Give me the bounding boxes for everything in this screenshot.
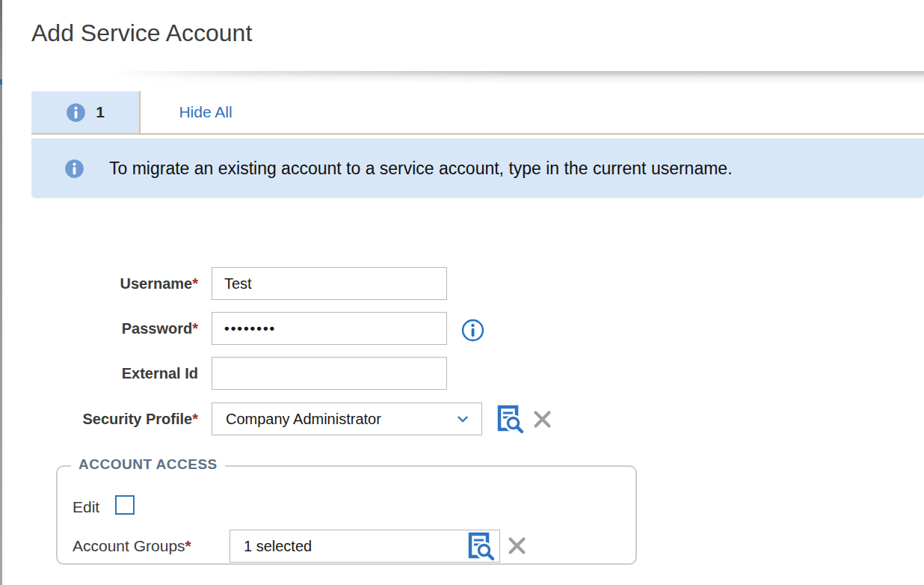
tab-info-messages[interactable]: 1 [31, 91, 141, 133]
password-info-icon[interactable] [461, 319, 484, 342]
required-asterisk: * [192, 411, 198, 427]
security-profile-value: Company Administrator [226, 411, 455, 428]
required-asterisk: * [192, 275, 198, 292]
account-access-fieldset: ACCOUNT ACCESS Edit Account Groups* 1 se… [56, 465, 637, 565]
edit-label: Edit [73, 497, 99, 517]
account-access-legend: ACCOUNT ACCESS [71, 456, 225, 473]
security-profile-clear-icon[interactable] [532, 409, 552, 429]
account-groups-label: Account Groups* [73, 536, 191, 556]
external-id-label: External Id [0, 357, 198, 390]
info-banner: To migrate an existing account to a serv… [31, 138, 924, 198]
security-profile-label: Security Profile* [0, 402, 198, 435]
tab-hide-all[interactable]: Hide All [141, 91, 271, 133]
account-groups-value: 1 selected [244, 538, 465, 555]
account-groups-lookup-icon[interactable] [465, 531, 495, 561]
add-service-account-page: Add Service Account 1 Hide All [0, 0, 924, 585]
password-label: Password* [0, 312, 198, 345]
info-icon [66, 102, 86, 123]
required-asterisk: * [192, 320, 198, 337]
account-groups-field[interactable]: 1 selected [230, 530, 500, 563]
header-shadow [0, 71, 924, 84]
account-groups-clear-icon[interactable] [507, 536, 527, 556]
password-label-text: Password [122, 320, 192, 337]
required-asterisk: * [185, 537, 191, 554]
info-message-count: 1 [96, 103, 105, 121]
page-title: Add Service Account [31, 19, 252, 47]
external-id-input[interactable] [212, 357, 447, 390]
message-tabs: 1 Hide All [31, 91, 924, 133]
edit-checkbox[interactable] [115, 495, 135, 515]
username-label: Username* [0, 267, 198, 300]
chevron-down-icon [455, 411, 471, 427]
info-icon [64, 159, 84, 179]
external-id-label-text: External Id [122, 365, 198, 382]
username-input[interactable] [212, 267, 447, 300]
security-profile-select[interactable]: Company Administrator [212, 402, 482, 435]
hide-all-link[interactable]: Hide All [179, 103, 232, 121]
account-groups-label-text: Account Groups [73, 537, 185, 554]
username-label-text: Username [120, 275, 192, 292]
security-profile-label-text: Security Profile [82, 411, 192, 427]
password-input[interactable] [212, 312, 447, 345]
security-profile-lookup-icon[interactable] [494, 404, 524, 434]
banner-message: To migrate an existing account to a serv… [109, 159, 733, 179]
tabs-divider [31, 133, 924, 135]
